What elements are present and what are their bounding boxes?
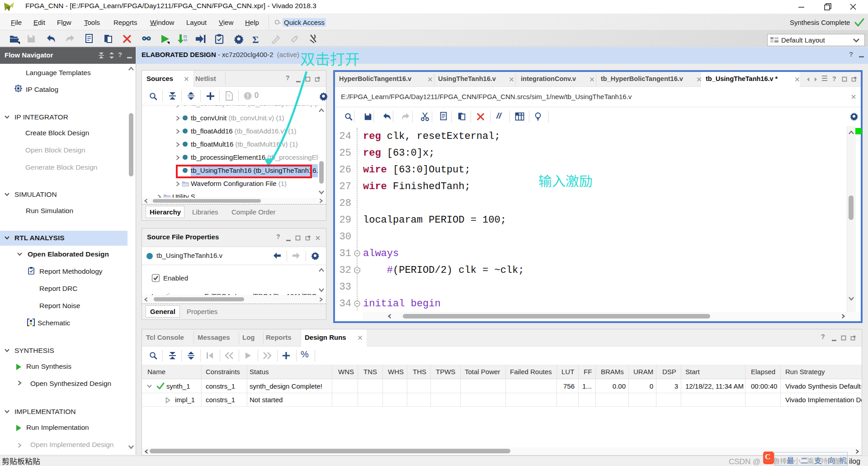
svg-text:10: 10	[184, 38, 187, 42]
svg-text:01: 01	[184, 35, 187, 38]
svg-text:?: ?	[227, 94, 230, 99]
